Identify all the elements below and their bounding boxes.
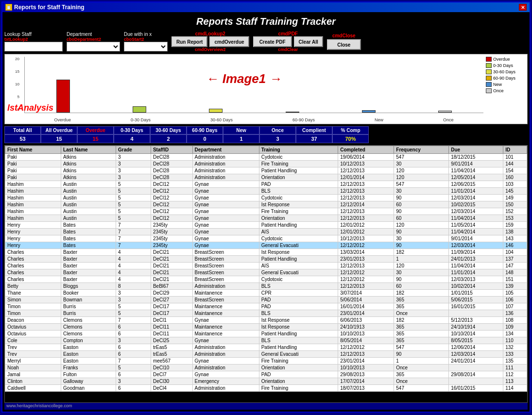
table-row[interactable]: CharlesBaxter4DeCl21BreastScreenIst Resp… xyxy=(5,249,527,256)
table-row[interactable]: HashimAustin5DeCl12GynaeOrientation12/12… xyxy=(5,215,527,222)
window-close-button[interactable]: ✕ xyxy=(519,4,527,11)
table-row[interactable]: HenryBates72345tyGynaePatient Handling12… xyxy=(5,222,527,229)
table-row[interactable]: NoahFranks5DeCl10AdministrationOrientati… xyxy=(5,365,527,371)
legend-label: 60-90 Days xyxy=(493,76,515,81)
department-select[interactable] xyxy=(67,42,120,51)
table-cell-1: Bates xyxy=(61,235,116,242)
table-cell-0: Simon xyxy=(5,297,61,303)
table-cell-7: 365 xyxy=(394,324,449,331)
create-pdf-button[interactable]: Create PDF xyxy=(253,36,292,47)
table-row[interactable]: DeaconClemons7DeCl1GynaeIst Response6/06… xyxy=(5,317,527,324)
table-cell-4: Maintanence xyxy=(192,290,259,297)
table-row[interactable]: JamalFulton6DeCl7GynaePAD29/08/201336529… xyxy=(5,371,527,378)
table-row[interactable]: OctaviusClemons6DeCl11MaintanenceIst Res… xyxy=(5,324,527,331)
table-cell-9: 103 xyxy=(503,181,527,188)
table-row[interactable]: HashimAustin5DeCl12GynaeCydotoxic12/12/2… xyxy=(5,195,527,201)
table-row[interactable]: OctaviusClemons6DeCl11MaintanencePatient… xyxy=(5,331,527,337)
table-cell-8: 11/01/2014 xyxy=(449,188,503,195)
table-cell-8: 1/01/2015 xyxy=(449,290,503,297)
table-cell-0: Henry xyxy=(5,229,61,235)
table-cell-9: 104 xyxy=(503,249,527,256)
table-cell-2: 5 xyxy=(116,188,151,195)
table-row[interactable]: HashimAustin5DeCl12GynaePAD12/12/2013547… xyxy=(5,181,527,188)
table-cell-9: 159 xyxy=(503,222,527,229)
table-row[interactable]: CharlesBaxter4DeCl21BreastScreenAIS12/12… xyxy=(5,263,527,269)
table-row[interactable]: MerrylEaston7mee567GynaeFire Training23/… xyxy=(5,358,527,365)
table-cell-1: Bowman xyxy=(61,297,116,303)
department-label: Department xyxy=(67,32,120,37)
table-row[interactable]: HenryBates72345tyGynaeGeneral Evacuati12… xyxy=(5,242,527,249)
table-cell-0: Charles xyxy=(5,269,61,276)
table-cell-5: BLS xyxy=(259,310,338,317)
summary-value-7: 3 xyxy=(259,134,296,143)
table-row[interactable]: HenryBates72345tyGynaeAIS12/01/20129011/… xyxy=(5,229,527,235)
table-cell-6: 23/01/2014 xyxy=(338,358,394,365)
table-row[interactable]: CharlesBaxter4DeCl21BreastScreenGeneral … xyxy=(5,269,527,276)
cmd-overdue-button[interactable]: cmdOverdue xyxy=(209,36,249,47)
table-row[interactable]: TimonBurris5DeCl17MaintanencePAD16/01/20… xyxy=(5,303,527,310)
table-cell-1: Austin xyxy=(61,215,116,222)
table-cell-4: Gynae xyxy=(192,208,259,215)
table-cell-3: DeCl28 xyxy=(151,167,192,174)
table-cell-6: 12/12/2013 xyxy=(338,195,394,201)
clear-all-button[interactable]: Clear All xyxy=(294,36,323,47)
table-cell-5: PAD xyxy=(259,181,338,188)
table-cell-9: 113 xyxy=(503,378,527,385)
table-row[interactable]: ClintonGalloway3DeCl30EmergencyOrientati… xyxy=(5,378,527,385)
summary-header-1: All Overdue xyxy=(41,126,77,134)
run-report-button[interactable]: Run Report xyxy=(172,36,207,47)
table-cell-7: 30 xyxy=(394,235,449,242)
table-cell-4: Gynae xyxy=(192,188,259,195)
table-cell-6: 18/07/2013 xyxy=(338,385,394,392)
table-row[interactable]: HashimAustin5DeCl12GynaeIst Response12/1… xyxy=(5,201,527,208)
lookup-input[interactable] xyxy=(4,42,63,51)
table-cell-2: 7 xyxy=(116,222,151,229)
table-row[interactable]: SimonBowman3DeCl27BreastScreenPAD5/06/20… xyxy=(5,297,527,303)
table-row[interactable]: ThaneBooker3DeCl29MaintanenceCPR3/07/201… xyxy=(5,290,527,297)
table-cell-6: 19/06/2014 xyxy=(338,154,394,161)
summary-header-9: % Comp xyxy=(332,126,369,134)
table-row[interactable]: TrevEaston6trEas5AdministrationPatient H… xyxy=(5,344,527,351)
table-row[interactable]: CharlesBaxter4DeCl21BreastScreenPatient … xyxy=(5,256,527,263)
table-row[interactable]: PakiAtkins3DeCl28AdministrationCydotoxic… xyxy=(5,154,527,161)
table-row[interactable]: PakiAtkins3DeCl28AdministrationOrientati… xyxy=(5,174,527,181)
due-select[interactable] xyxy=(124,42,168,51)
table-row[interactable]: HashimAustin5DeCl12GynaeBLS12/12/2013301… xyxy=(5,188,527,195)
table-row[interactable]: CharlesBaxter4DeCl21BreastScreenCydotoxi… xyxy=(5,276,527,283)
table-row[interactable]: HashimAustin5DeCl12GynaeFire Training12/… xyxy=(5,208,527,215)
table-row[interactable]: TimonBurris5DeCl17MaintanenceBLS23/01/20… xyxy=(5,310,527,317)
table-cell-5: BLS xyxy=(259,283,338,290)
bar-group-60-90-days xyxy=(286,112,299,113)
table-row[interactable]: TrevEaston6trEas5AdministrationGeneral E… xyxy=(5,351,527,358)
table-cell-0: Deacon xyxy=(5,317,61,324)
table-cell-7: 365 xyxy=(394,371,449,378)
table-row[interactable]: PakiAtkins3DeCl28AdministrationPatient H… xyxy=(5,167,527,174)
table-row[interactable]: BettyBloggs8BeBl67AdministrationBLS12/12… xyxy=(5,283,527,290)
table-cell-4: Gynae xyxy=(192,201,259,208)
table-cell-4: Administration xyxy=(192,154,259,161)
table-row[interactable]: HenryBates72345tyGynaeCydotoxic10/12/201… xyxy=(5,235,527,242)
summary-value-6: 1 xyxy=(223,134,259,143)
cmd-close-group: cmdClose Close xyxy=(327,33,361,50)
table-cell-9: 148 xyxy=(503,269,527,276)
table-cell-6: 10/10/2013 xyxy=(338,365,394,371)
close-button[interactable]: Close xyxy=(327,39,361,50)
table-cell-5: PAD xyxy=(259,371,338,378)
x-label-overdue: Overdue xyxy=(54,117,71,122)
table-cell-4: Maintanence xyxy=(192,310,259,317)
table-cell-8: 5/06/2015 xyxy=(449,297,503,303)
table-cell-7: 1 xyxy=(394,358,449,365)
table-cell-2: 3 xyxy=(116,154,151,161)
table-row[interactable]: PakiAtkins3DeCl28AdministrationFire Trai… xyxy=(5,161,527,167)
table-cell-5: Ist Response xyxy=(259,249,338,256)
table-cell-0: Hashim xyxy=(5,201,61,208)
table-row[interactable]: ColeCompton3DeCl25GynaeBLS8/05/20143658/… xyxy=(5,337,527,344)
table-row[interactable]: CaldwellGoodman6DeCl4AdministrationFire … xyxy=(5,385,527,392)
table-cell-9: 132 xyxy=(503,344,527,351)
table-cell-6: 8/05/2014 xyxy=(338,337,394,344)
table-cell-3: 2345ty xyxy=(151,242,192,249)
table-cell-1: Austin xyxy=(61,188,116,195)
table-cell-3: DeCl28 xyxy=(151,154,192,161)
table-cell-7: 90 xyxy=(394,229,449,235)
table-cell-7: Once xyxy=(394,310,449,317)
